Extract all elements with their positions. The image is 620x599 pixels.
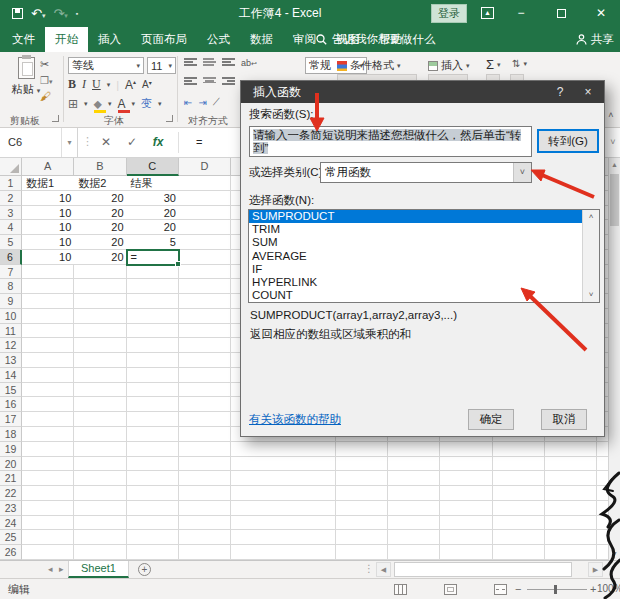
clipboard-dialog-launcher[interactable] <box>52 115 59 122</box>
insert-function-button[interactable]: fx <box>146 128 170 157</box>
close-button[interactable]: ✕ <box>588 0 614 27</box>
insert-cells-button[interactable]: 插入 ▾ <box>428 58 470 73</box>
cell-C1[interactable]: 结果 <box>128 176 179 190</box>
vertical-scrollbar[interactable]: ▲ ▼ <box>608 158 620 560</box>
function-item-SUM[interactable]: SUM <box>249 236 599 249</box>
scroll-up-icon[interactable]: ▲ <box>609 158 620 171</box>
row-header-12[interactable]: 12 <box>0 338 22 353</box>
expand-formula-bar-icon[interactable]: ˅ <box>606 128 620 157</box>
row-header-6[interactable]: 6 <box>0 250 22 265</box>
tab-公式[interactable]: 公式 <box>197 27 240 52</box>
row-header-20[interactable]: 20 <box>0 457 22 472</box>
row-header-5[interactable]: 5 <box>0 235 22 250</box>
row-header-15[interactable]: 15 <box>0 383 22 398</box>
cell-A6[interactable]: 10 <box>23 250 74 264</box>
row-header-19[interactable]: 19 <box>0 442 22 457</box>
tab-数据[interactable]: 数据 <box>240 27 283 52</box>
font-name-combo[interactable]: 等线▾ <box>68 57 144 74</box>
new-sheet-button[interactable]: + <box>138 563 151 576</box>
cell-C2[interactable]: 30 <box>128 191 179 205</box>
share-button[interactable]: 共享 <box>576 27 614 52</box>
normal-view-icon[interactable] <box>394 584 407 595</box>
ribbon-display-options-icon[interactable]: ▲ <box>481 7 494 19</box>
cell-B4[interactable]: 20 <box>75 220 126 234</box>
chevron-down-icon[interactable]: ˅ <box>513 163 531 182</box>
cell-C6[interactable]: = <box>128 250 179 264</box>
align-left-icon[interactable] <box>184 77 197 87</box>
row-header-24[interactable]: 24 <box>0 516 22 531</box>
align-top-icon[interactable] <box>184 58 197 68</box>
cut-button[interactable]: ✂ <box>40 58 52 71</box>
row-header-17[interactable]: 17 <box>0 412 22 427</box>
align-right-icon[interactable] <box>222 77 235 87</box>
login-button[interactable]: 登录 <box>431 4 467 23</box>
function-help-link[interactable]: 有关该函数的帮助 <box>249 412 341 427</box>
cell-B5[interactable]: 20 <box>75 235 126 249</box>
font-color-button[interactable]: A <box>118 98 126 110</box>
column-header-A[interactable]: A <box>22 158 74 176</box>
row-header-16[interactable]: 16 <box>0 397 22 412</box>
minimize-button[interactable]: − <box>508 0 534 27</box>
grow-font-button[interactable]: A▴ <box>125 78 136 92</box>
zoom-level[interactable]: 100% <box>597 579 618 599</box>
maximize-button[interactable] <box>548 0 574 27</box>
page-break-view-icon[interactable] <box>494 584 507 595</box>
zoom-slider-thumb[interactable] <box>554 585 557 594</box>
column-header-C[interactable]: C <box>127 158 179 176</box>
customize-qat-icon[interactable]: ▪ <box>76 10 78 17</box>
cell-B1[interactable]: 数据2 <box>75 176 126 190</box>
font-size-combo[interactable]: 11▾ <box>147 57 176 74</box>
function-item-TRIM[interactable]: TRIM <box>249 223 599 236</box>
zoom-out-button[interactable]: − <box>515 579 521 599</box>
align-center-icon[interactable] <box>203 77 216 87</box>
cell-A2[interactable]: 10 <box>23 191 74 205</box>
column-header-B[interactable]: B <box>74 158 126 176</box>
paste-button[interactable]: 粘贴 ▾ <box>8 57 44 97</box>
bold-button[interactable]: B <box>68 77 76 92</box>
format-painter-button[interactable]: 🖌 <box>40 90 52 102</box>
sort-filter-button[interactable]: ⇅ ▾ <box>512 58 527 69</box>
name-box-dropdown-icon[interactable]: ▾ <box>62 128 78 157</box>
tab-开始[interactable]: 开始 <box>45 27 88 52</box>
search-function-input[interactable]: 请输入一条简短说明来描述您想做什么，然后单击“转到” <box>249 126 532 157</box>
row-header-13[interactable]: 13 <box>0 353 22 368</box>
row-header-22[interactable]: 22 <box>0 486 22 501</box>
cell-C4[interactable]: 20 <box>128 220 179 234</box>
tab-scrollbar-splitter[interactable]: ⋮ <box>364 563 374 574</box>
collapse-ribbon-icon[interactable]: ˄ <box>604 108 618 122</box>
row-header-7[interactable]: 7 <box>0 265 22 280</box>
cell-B2[interactable]: 20 <box>75 191 126 205</box>
scroll-down-icon[interactable]: ▼ <box>609 547 620 560</box>
tab-页面布局[interactable]: 页面布局 <box>131 27 197 52</box>
go-button[interactable]: 转到(G) <box>537 129 599 153</box>
orientation-icon[interactable]: ⟋ <box>213 96 220 108</box>
row-header-3[interactable]: 3 <box>0 206 22 221</box>
undo-button[interactable]: ↶▾ <box>31 0 45 27</box>
row-header-8[interactable]: 8 <box>0 279 22 294</box>
cell-B6[interactable]: 20 <box>75 250 126 264</box>
select-all-corner[interactable] <box>0 158 22 176</box>
row-header-23[interactable]: 23 <box>0 501 22 516</box>
next-sheet-icon[interactable]: ▸ <box>59 561 64 578</box>
function-item-IF[interactable]: IF <box>249 263 599 276</box>
underline-button[interactable]: U <box>92 77 101 92</box>
sheet-tab-sheet1[interactable]: Sheet1 <box>68 561 129 578</box>
vertical-scroll-thumb[interactable] <box>610 174 619 226</box>
autosum-button[interactable]: Σ ▾ <box>486 57 501 72</box>
cell-A3[interactable]: 10 <box>23 206 74 220</box>
conditional-formatting-button[interactable]: 条件格式 ▾ <box>337 58 401 73</box>
tab-文件[interactable]: 文件 <box>2 27 45 52</box>
function-item-HYPERLINK[interactable]: HYPERLINK <box>249 276 599 289</box>
cell-C3[interactable]: 20 <box>128 206 179 220</box>
phonetic-guide-button[interactable]: 变 <box>141 96 152 111</box>
list-scroll-down-icon[interactable]: ˅ <box>583 288 599 302</box>
cell-C5[interactable]: 5 <box>128 235 179 249</box>
cell-A5[interactable]: 10 <box>23 235 74 249</box>
scroll-right-icon[interactable]: ▶ <box>588 562 603 577</box>
row-header-18[interactable]: 18 <box>0 427 22 442</box>
align-middle-icon[interactable] <box>203 58 216 68</box>
row-header-25[interactable]: 25 <box>0 530 22 545</box>
cancel-entry-button[interactable]: ✕ <box>94 128 118 157</box>
list-scroll-up-icon[interactable]: ˄ <box>583 210 599 224</box>
function-item-COUNT[interactable]: COUNT <box>249 289 599 302</box>
